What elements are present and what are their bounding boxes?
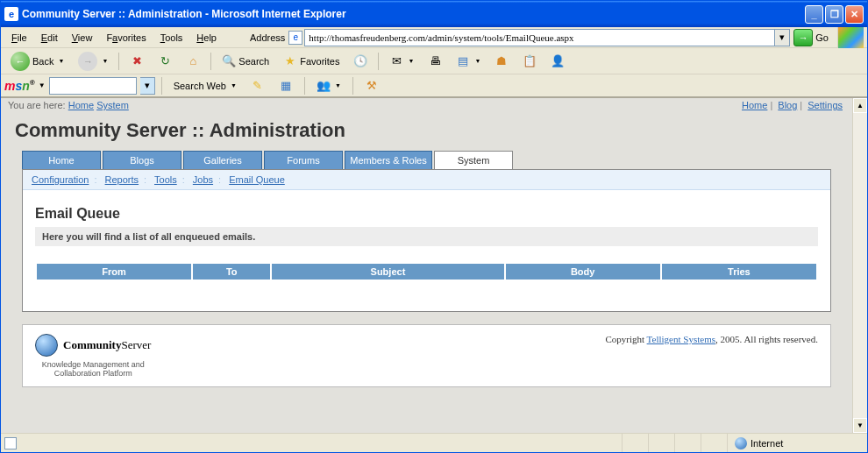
mail-icon: ✉ — [389, 54, 403, 68]
go-label: Go — [815, 32, 829, 43]
tab-blogs[interactable]: Blogs — [103, 151, 181, 169]
scroll-track[interactable] — [853, 113, 867, 418]
vertical-scrollbar[interactable]: ▲ ▼ — [852, 98, 867, 433]
highlight-icon: ✎ — [251, 79, 265, 93]
stop-button[interactable]: ✖ — [124, 51, 150, 72]
maximize-button[interactable]: ❐ — [825, 5, 843, 24]
breadcrumb-system-link[interactable]: System — [96, 100, 129, 110]
minimize-button[interactable]: _ — [805, 5, 823, 24]
refresh-button[interactable]: ↻ — [152, 51, 178, 72]
window-title: Community Server :: Administration - Mic… — [22, 8, 805, 20]
breadcrumb-home-link[interactable]: Home — [68, 100, 94, 110]
tabstrip: Home Blogs Galleries Forums Members & Ro… — [1, 151, 852, 169]
msn-tool-button[interactable]: ⚒ — [359, 77, 384, 95]
research-button[interactable]: 📋 — [516, 51, 543, 72]
tab-forums[interactable]: Forums — [264, 151, 343, 169]
close-button[interactable]: ✕ — [845, 5, 864, 24]
breadcrumb-row: You are here: Home System Home| Blog| Se… — [1, 98, 852, 112]
print-button[interactable]: 🖶 — [422, 51, 448, 72]
scroll-up-button[interactable]: ▲ — [853, 98, 867, 113]
menu-view[interactable]: View — [65, 31, 100, 45]
discuss-button[interactable]: ☗ — [488, 51, 515, 72]
stop-icon: ✖ — [130, 54, 144, 68]
forward-button[interactable]: → ▼ — [72, 48, 114, 74]
footer-panel: CommunityServer Knowledge Management and… — [22, 324, 831, 387]
subnav-configuration[interactable]: Configuration — [32, 174, 89, 185]
forward-arrow-icon: → — [78, 52, 97, 71]
history-button[interactable]: 🕓 — [347, 51, 374, 72]
content-area: You are here: Home System Home| Blog| Se… — [1, 97, 867, 433]
address-input[interactable] — [304, 29, 775, 46]
th-tries: Tries — [662, 264, 816, 280]
internet-zone-icon — [735, 437, 747, 449]
subnav-reports[interactable]: Reports — [105, 174, 139, 185]
tab-galleries[interactable]: Galleries — [183, 151, 262, 169]
go-button[interactable]: → — [793, 29, 813, 46]
subnav-tools[interactable]: Tools — [154, 174, 177, 185]
star-icon: ★ — [283, 54, 297, 68]
status-page-icon — [4, 437, 17, 449]
ie-icon: e — [4, 7, 18, 21]
menu-file[interactable]: File — [4, 31, 34, 45]
home-button[interactable]: ⌂ — [180, 51, 206, 72]
status-zone: Internet — [751, 438, 783, 449]
back-label: Back — [32, 56, 53, 67]
msn-toolbar: msn® ▼ ▾ Search Web ▼ ✎ ▦ 👥▼ ⚒ — [1, 74, 867, 97]
home-icon: ⌂ — [186, 54, 200, 68]
favorites-label: Favorites — [300, 56, 339, 67]
tab-members-roles[interactable]: Members & Roles — [345, 151, 432, 169]
mail-button[interactable]: ✉▼ — [383, 51, 420, 72]
subnav-jobs[interactable]: Jobs — [193, 174, 213, 185]
toplink-home[interactable]: Home — [742, 100, 767, 110]
titlebar: e Community Server :: Administration - M… — [1, 1, 867, 27]
forward-dropdown-icon: ▼ — [102, 58, 108, 64]
page-content: You are here: Home System Home| Blog| Se… — [1, 98, 852, 433]
history-icon: 🕓 — [353, 54, 367, 68]
address-dropdown[interactable]: ▾ — [775, 29, 790, 46]
globe-icon — [35, 334, 58, 357]
subnav: Configuration: Reports: Tools: Jobs: Ema… — [23, 170, 830, 190]
menu-help[interactable]: Help — [189, 31, 224, 45]
toplink-blog[interactable]: Blog — [778, 100, 797, 110]
msn-options-button[interactable]: ▦ — [274, 77, 298, 95]
menu-edit[interactable]: Edit — [34, 31, 65, 45]
statusbar: Internet — [1, 433, 867, 452]
toplink-settings[interactable]: Settings — [808, 100, 843, 110]
top-links: Home| Blog| Settings — [739, 100, 845, 110]
tab-home[interactable]: Home — [22, 151, 101, 169]
discuss-icon: ☗ — [494, 54, 509, 68]
section-title: Email Queue — [35, 206, 818, 222]
research-icon: 📋 — [523, 54, 537, 68]
back-arrow-icon: ← — [11, 52, 30, 71]
menu-tools[interactable]: Tools — [153, 31, 190, 45]
th-body: Body — [506, 264, 660, 280]
msn-highlight-button[interactable]: ✎ — [245, 77, 270, 95]
copyright: Copyright Telligent Systems, 2005. All r… — [605, 334, 818, 344]
favorites-button[interactable]: ★Favorites — [277, 51, 345, 72]
page-icon: e — [288, 31, 302, 45]
messenger-button[interactable]: 👤 — [544, 51, 571, 72]
msn-messenger-button[interactable]: 👥▼ — [311, 77, 346, 95]
back-button[interactable]: ← Back ▼ — [4, 48, 70, 74]
edit-icon: ▤ — [456, 54, 470, 68]
page-title: Community Server :: Administration — [1, 112, 852, 151]
messenger-icon: 👤 — [551, 54, 565, 68]
people-icon: 👥 — [317, 79, 331, 93]
breadcrumb-prefix: You are here: — [8, 100, 66, 110]
menu-favorites[interactable]: Favorites — [99, 31, 153, 45]
telligent-link[interactable]: Telligent Systems — [647, 334, 715, 344]
email-queue-table: From To Subject Body Tries — [35, 264, 818, 280]
msn-search-input[interactable] — [49, 77, 137, 95]
edit-button[interactable]: ▤▼ — [450, 51, 487, 72]
tab-system[interactable]: System — [434, 151, 513, 169]
subnav-email-queue[interactable]: Email Queue — [229, 174, 285, 185]
tool-icon: ⚒ — [365, 79, 379, 93]
throbber-icon — [837, 27, 864, 48]
msn-logo: msn® — [4, 79, 35, 93]
section-description: Here you will find a list of all enqueue… — [35, 227, 818, 246]
msn-search-web-button[interactable]: Search Web ▼ — [168, 79, 242, 93]
msn-search-dropdown[interactable]: ▾ — [140, 77, 155, 95]
scroll-down-button[interactable]: ▼ — [853, 418, 867, 433]
refresh-icon: ↻ — [158, 54, 172, 68]
search-button[interactable]: 🔍Search — [216, 51, 275, 72]
